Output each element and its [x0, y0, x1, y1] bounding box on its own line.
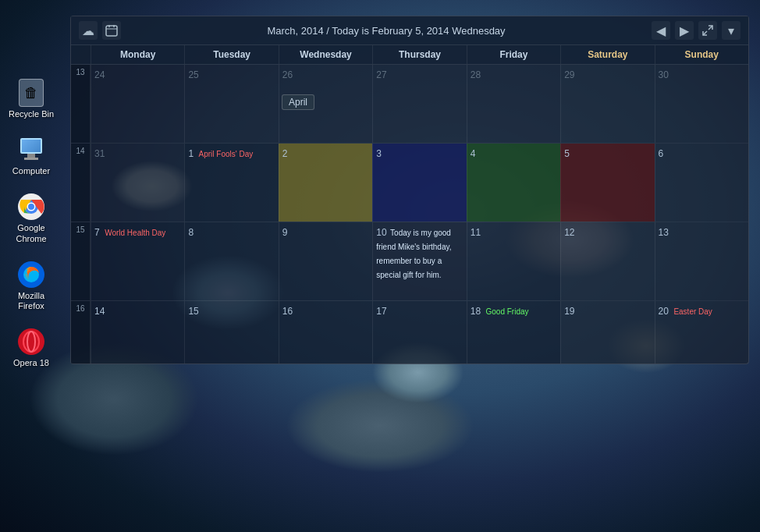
cal-cell-apr-13[interactable]: 13 — [655, 222, 748, 300]
event-april-fools: April Fools' Day — [197, 149, 255, 159]
header-monday: Monday — [91, 45, 184, 64]
cal-cell-apr-3[interactable]: 3 — [372, 144, 466, 222]
titlebar-right-controls: ◀ ▶ ▾ — [652, 21, 740, 40]
month-popup: April — [282, 94, 314, 110]
week-num-header — [71, 45, 91, 64]
calendar-row-13: 13 24 25 26 27 28 29 30 — [71, 65, 748, 144]
calendar-row-16: 16 14 15 16 17 18 Good Friday 19 20 East… — [71, 301, 748, 364]
cal-cell-apr-15[interactable]: 15 — [184, 301, 278, 364]
cal-cell-apr-1[interactable]: 1 April Fools' Day — [184, 144, 278, 222]
cal-cell-apr-5[interactable]: 5 — [560, 144, 654, 222]
calendar-day-headers: Monday Tuesday Wednesday Thursday Friday… — [71, 45, 748, 65]
cal-cell-apr-4[interactable]: 4 — [467, 144, 560, 222]
cal-cell-apr-16[interactable]: 16 — [279, 301, 372, 364]
svg-rect-9 — [106, 26, 117, 36]
svg-point-3 — [28, 204, 34, 210]
cal-cell-28[interactable]: 28 — [467, 65, 560, 143]
desktop-icons-panel: 🗑 Recycle Bin Computer Google — [0, 0, 62, 532]
cal-cell-apr-10[interactable]: 10 Today is my good friend Mike's birthd… — [372, 222, 466, 300]
cloud-button[interactable]: ☁ — [79, 21, 98, 40]
event-easter-day: Easter Day — [672, 307, 713, 317]
cal-cell-apr-8[interactable]: 8 — [184, 222, 278, 300]
firefox-label: Mozilla Firefox — [4, 291, 59, 311]
event-mike-birthday: Today is my good friend Mike's birthday,… — [376, 229, 451, 279]
cal-cell-apr-11[interactable]: 11 — [467, 222, 560, 300]
calendar-titlebar: ☁ March, 2014 / Today is February 5, 201… — [71, 16, 748, 45]
calendar-title: March, 2014 / Today is February 5, 2014 … — [121, 25, 652, 37]
expand-button[interactable] — [698, 21, 717, 40]
cal-cell-apr-7[interactable]: 7 World Health Day — [91, 222, 184, 300]
week-num-13: 13 — [71, 65, 91, 143]
cal-cell-apr-9[interactable]: 9 — [279, 222, 372, 300]
cal-cell-31[interactable]: 31 — [91, 144, 184, 222]
cal-cell-29[interactable]: 29 — [560, 65, 654, 143]
cal-cell-apr-12[interactable]: 12 — [560, 222, 654, 300]
cal-cell-apr-17[interactable]: 17 — [372, 301, 466, 364]
cal-cell-25[interactable]: 25 — [184, 65, 278, 143]
event-world-health: World Health Day — [103, 228, 167, 238]
computer-icon[interactable]: Computer — [4, 135, 59, 176]
opera-label: Opera 18 — [13, 358, 49, 368]
header-sunday: Sunday — [655, 45, 748, 64]
computer-label: Computer — [12, 166, 50, 176]
header-wednesday: Wednesday — [279, 45, 372, 64]
week-num-16: 16 — [71, 301, 91, 364]
chrome-image — [18, 193, 44, 220]
week-num-15: 15 — [71, 222, 91, 300]
chrome-label: Google Chrome — [4, 223, 59, 243]
cal-cell-24[interactable]: 24 — [91, 65, 184, 143]
computer-image — [17, 138, 45, 161]
cal-cell-apr-19[interactable]: 19 — [560, 301, 654, 364]
calendar-row-15: 15 7 World Health Day 8 9 10 Today is my… — [71, 222, 748, 301]
week-num-14: 14 — [71, 144, 91, 222]
forward-button[interactable]: ▶ — [675, 21, 694, 40]
cal-cell-27[interactable]: 27 — [372, 65, 466, 143]
header-thursday: Thursday — [372, 45, 466, 64]
header-tuesday: Tuesday — [184, 45, 278, 64]
titlebar-left-controls: ☁ — [79, 21, 121, 40]
cal-cell-apr-18[interactable]: 18 Good Friday — [467, 301, 560, 364]
header-saturday: Saturday — [560, 45, 654, 64]
cal-cell-apr-2[interactable]: 2 — [279, 144, 372, 222]
header-friday: Friday — [467, 45, 560, 64]
firefox-icon[interactable]: Mozilla Firefox — [4, 260, 59, 311]
cal-cell-30[interactable]: 30 — [655, 65, 748, 143]
opera-icon[interactable]: Opera 18 — [4, 327, 59, 368]
opera-image — [18, 328, 44, 355]
svg-point-7 — [23, 332, 39, 352]
cal-cell-apr-6[interactable]: 6 — [655, 144, 748, 222]
chevron-down-button[interactable]: ▾ — [722, 21, 740, 40]
calendar-widget: ☁ March, 2014 / Today is February 5, 201… — [70, 16, 749, 364]
recycle-bin-label: Recycle Bin — [9, 109, 54, 119]
back-button[interactable]: ◀ — [652, 21, 670, 40]
calendar-button[interactable] — [102, 21, 121, 40]
event-good-friday: Good Friday — [485, 307, 531, 317]
recycle-bin-image: 🗑 — [19, 79, 44, 107]
cal-cell-apr-14[interactable]: 14 — [91, 301, 184, 364]
recycle-bin-icon[interactable]: 🗑 Recycle Bin — [4, 78, 59, 119]
firefox-image — [18, 261, 44, 288]
cal-cell-apr-20[interactable]: 20 Easter Day — [655, 301, 748, 364]
calendar-row-14: 14 31 1 April Fools' Day 2 3 4 5 6 — [71, 144, 748, 222]
chrome-icon[interactable]: Google Chrome — [4, 192, 59, 243]
calendar-body: 13 24 25 26 27 28 29 30 14 31 1 April Fo… — [71, 65, 748, 364]
